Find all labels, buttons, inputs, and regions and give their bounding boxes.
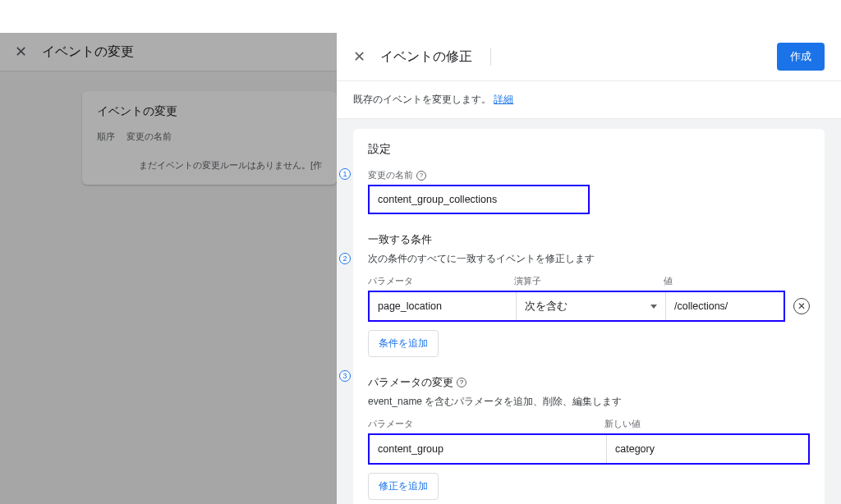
panel-intro: 既存のイベントを変更します。 詳細 (337, 81, 841, 119)
pc-parameter-input[interactable]: content_group (370, 435, 606, 463)
panel-body: 設定 変更の名前 ? 一致する条件 次の条件のすべてに一致するイベントを修正しま… (337, 119, 841, 504)
change-name-field[interactable] (378, 194, 580, 205)
pc-value-input[interactable]: category (606, 435, 808, 463)
bg-overlay (0, 33, 337, 504)
config-card: 設定 変更の名前 ? 一致する条件 次の条件のすべてに一致するイベントを修正しま… (353, 129, 825, 504)
close-icon[interactable]: ✕ (353, 48, 365, 66)
side-panel: ✕ イベントの修正 作成 既存のイベントを変更します。 詳細 設定 変更の名前 … (337, 33, 841, 504)
help-icon[interactable]: ? (416, 171, 426, 181)
param-change-sub: event_name を含むパラメータを追加、削除、編集します (368, 395, 810, 409)
cond-parameter-input[interactable]: page_location (370, 292, 516, 320)
cond-operator-select[interactable]: 次を含む (516, 292, 665, 320)
cond-value-input[interactable]: /collections/ (665, 292, 784, 320)
config-heading: 設定 (368, 142, 810, 157)
remove-condition-icon[interactable]: ✕ (793, 298, 810, 314)
intro-text: 既存のイベントを変更します。 (353, 94, 494, 105)
cond-op-label: 演算子 (514, 276, 664, 287)
name-label: 変更の名前 ? (368, 170, 810, 181)
panel-title: イベントの修正 (380, 48, 491, 66)
create-button[interactable]: 作成 (777, 43, 825, 71)
details-link[interactable]: 詳細 (494, 94, 513, 105)
help-icon[interactable]: ? (457, 378, 466, 387)
change-name-input[interactable] (368, 185, 590, 214)
param-change-title: パラメータの変更 ? (368, 375, 810, 390)
add-condition-button[interactable]: 条件を追加 (368, 330, 439, 357)
add-modification-button[interactable]: 修正を追加 (368, 473, 439, 500)
annotation-2: 2 (339, 253, 351, 264)
cond-val-label: 値 (664, 276, 810, 287)
pc-labels: パラメータ 新しい値 (368, 419, 810, 430)
param-change-row: content_group category (368, 433, 810, 465)
cond-labels: パラメータ 演算子 値 (368, 276, 810, 287)
annotation-3: 3 (339, 370, 351, 382)
side-panel-header: ✕ イベントの修正 作成 (337, 33, 841, 81)
chevron-down-icon (650, 305, 657, 309)
conditions-title: 一致する条件 (368, 232, 810, 247)
cond-param-label: パラメータ (368, 276, 514, 287)
pc-val-label: 新しい値 (604, 419, 810, 430)
pc-param-label: パラメータ (368, 419, 604, 430)
condition-row-wrapper: page_location 次を含む /collections/ ✕ (368, 291, 810, 322)
condition-row: page_location 次を含む /collections/ (368, 291, 785, 322)
annotation-1: 1 (339, 168, 351, 180)
conditions-sub: 次の条件のすべてに一致するイベントを修正します (368, 252, 810, 266)
